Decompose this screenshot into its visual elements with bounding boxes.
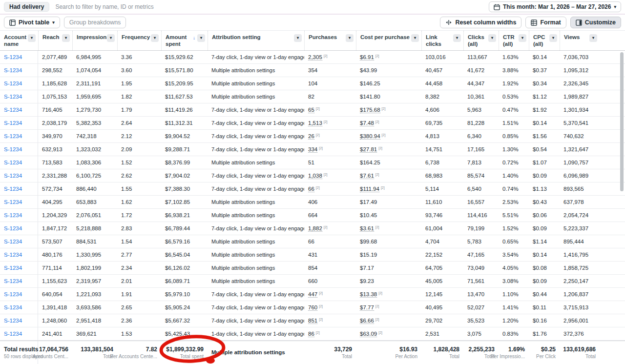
account-link[interactable]: S-1234 [4,146,22,152]
column-menu-cpc_all[interactable]: ▾ [549,34,557,42]
cell-ctr_all: 2.53% [499,196,529,208]
column-header-cost_per_purchase[interactable]: Cost per purchase▾ [356,31,421,50]
filter-bar: Had delivery This month: Mar 1, 2026 – M… [0,0,625,14]
chevron-down-icon: ▾ [614,5,616,9]
column-header-cpc_all[interactable]: CPC (all)▾ [529,31,560,50]
cell-purchases: 851[2] [304,314,356,327]
had-delivery-filter-chip[interactable]: Had delivery [4,2,49,12]
vertical-scrollbar[interactable] [620,52,624,191]
column-menu-clicks_all[interactable]: ▾ [488,34,496,42]
table-totals-row: Total results50 rows displayed17,064,756… [0,341,625,364]
column-header-attribution[interactable]: Attribution setting▾ [208,31,304,50]
column-menu-purchases[interactable]: ▾ [346,34,354,42]
cell-views: 1,090,757 [560,156,600,169]
group-breakdowns-button[interactable]: Group breakdowns [64,17,126,28]
multi-attribution-note: [2] [319,304,323,308]
cell-views: 1,321,647 [560,143,600,156]
cell-clicks_all: 79,199 [463,222,499,235]
account-link[interactable]: S-1234 [4,291,22,297]
account-link[interactable]: S-1234 [4,160,22,165]
account-link[interactable]: S-1234 [4,239,22,244]
column-menu-attribution[interactable]: ▾ [294,34,302,42]
cell-purchases: 447[2] [304,288,356,301]
cell-impressions: 2,311,191 [72,77,117,90]
column-header-amount_spent[interactable]: Amount spent↓▾ [161,31,208,50]
cell-reach: 1,204,329 [38,209,72,222]
cell-frequency: 2.12 [117,130,161,142]
column-header-reach[interactable]: Reach▾ [38,31,72,50]
totals-value: $16.93 [399,345,417,354]
cell-frequency: 1.82 [117,90,161,103]
account-link[interactable]: S-1234 [4,120,22,126]
account-link[interactable]: S-1234 [4,225,22,231]
cell-cost_per_purchase: $10.45 [356,209,421,222]
table-row: S-12342,077,4896,984,9953.36$15,929.627-… [0,51,625,64]
cell-impressions: 5,218,888 [72,222,117,235]
column-menu-views[interactable]: ▾ [589,34,597,42]
toolbar-right-group: Reset column widths Format Customize [440,17,621,28]
column-header-views[interactable]: Views▾ [560,31,600,50]
account-link[interactable]: S-1234 [4,278,22,284]
cell-views: 6,096,989 [560,169,600,182]
account-link[interactable]: S-1234 [4,94,22,100]
account-link[interactable]: S-1234 [4,212,22,218]
cell-account: S-1234 [0,64,38,77]
account-link[interactable]: S-1234 [4,265,22,271]
reset-column-widths-button[interactable]: Reset column widths [440,17,521,28]
column-menu-impressions[interactable]: ▾ [107,34,115,42]
account-link[interactable]: S-1234 [4,173,22,179]
column-menu-link_clicks[interactable]: ▾ [453,34,461,42]
column-header-purchases[interactable]: Purchases▾ [304,31,356,50]
account-link[interactable]: S-1234 [4,67,22,73]
cell-views: 895,444 [560,235,600,248]
account-link[interactable]: S-1234 [4,331,22,337]
account-link[interactable]: S-1234 [4,199,22,205]
account-link[interactable]: S-1234 [4,54,22,60]
table-row: S-1234298,5521,074,0543.60$15,571.80Mult… [0,64,625,77]
cell-account: S-1234 [0,314,38,327]
column-header-clicks_all[interactable]: Clicks (all)▾ [463,31,499,50]
cell-purchases: 2,305[2] [304,51,356,63]
account-link[interactable]: S-1234 [4,304,22,310]
column-menu-reach[interactable]: ▾ [62,34,70,42]
date-range-button[interactable]: This month: Mar 1, 2026 – Mar 27, 2026 ▾ [489,1,621,12]
cell-impressions: 6,100,725 [72,169,117,182]
account-link[interactable]: S-1234 [4,81,22,86]
cell-ctr_all: 1.92% [499,77,529,90]
account-link[interactable]: S-1234 [4,186,22,192]
column-menu-cost_per_purchase[interactable]: ▾ [411,34,419,42]
column-menu-account[interactable]: ▾ [28,34,36,42]
totals-clicks_all: 2,255,233Total [463,341,499,364]
column-header-ctr_all[interactable]: CTR (all)▾ [499,31,529,50]
column-header-account[interactable]: Account name▾ [0,31,38,50]
cell-amount_spent: $15,571.80 [161,64,208,77]
pivot-table-button[interactable]: Pivot table ▾ [4,17,60,28]
column-header-frequency[interactable]: Frequency▾ [117,31,161,50]
cell-impressions: 1,083,306 [72,156,117,169]
customize-button[interactable]: Customize [570,17,621,28]
cell-link_clicks: 103,016 [421,51,463,63]
account-link[interactable]: S-1234 [4,133,22,139]
totals-value: 7.82 [146,345,157,354]
multi-attribution-value: $111.94 [360,186,379,192]
cell-purchases: 660 [304,275,356,287]
column-header-link_clicks[interactable]: Link clicks▾ [421,31,463,50]
column-header-impressions[interactable]: Impressions▾ [72,31,117,50]
account-link[interactable]: S-1234 [4,318,22,324]
cell-impressions: 5,382,353 [72,117,117,129]
account-link[interactable]: S-1234 [4,252,22,258]
cell-cost_per_purchase: $3.61[2] [356,222,421,235]
cell-impressions: 1,323,032 [72,143,117,156]
table-row: S-1234404,295653,8831.62$7,102.85Multipl… [0,196,625,209]
format-button[interactable]: Format [525,17,566,28]
cell-views: 5,370,541 [560,117,600,129]
cell-cost_per_purchase: $9.23 [356,275,421,287]
search-input[interactable] [55,3,489,10]
column-menu-amount_spent[interactable]: ▾ [197,34,205,42]
account-link[interactable]: S-1234 [4,107,22,113]
cell-clicks_all: 10,361 [463,90,499,103]
cell-purchases: 66 [304,235,356,248]
column-menu-ctr_all[interactable]: ▾ [519,34,526,42]
cell-cost_per_purchase: $7.61[2] [356,169,421,182]
column-menu-frequency[interactable]: ▾ [151,34,159,42]
